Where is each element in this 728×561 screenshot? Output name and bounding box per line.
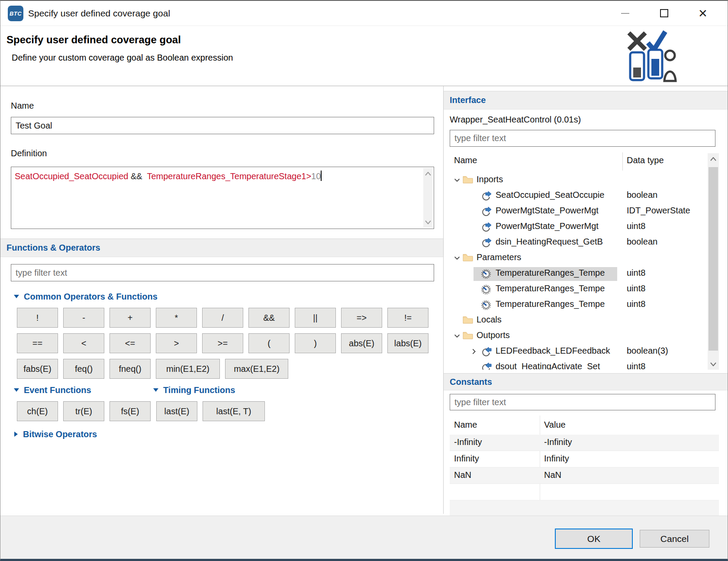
- operator-button[interactable]: *: [156, 308, 197, 328]
- operator-button[interactable]: abs(E): [341, 333, 382, 353]
- tree-item-label: Inports: [477, 174, 503, 184]
- operator-button[interactable]: fabs(E): [17, 359, 58, 379]
- operator-button[interactable]: +: [110, 308, 151, 328]
- definition-token: SeatOccupied_SeatOccupied: [15, 171, 128, 181]
- tree-row[interactable]: TemperatureRanges_Tempeuint8: [450, 266, 708, 282]
- tree-column-divider[interactable]: [622, 152, 623, 171]
- expander-collapse-icon[interactable]: [453, 254, 462, 263]
- minimize-button[interactable]: [612, 1, 638, 26]
- operator-button[interactable]: !: [17, 308, 58, 328]
- definition-line: SeatOccupied_SeatOccupied && Temperature…: [15, 171, 421, 181]
- definition-token: TemperatureRanges_TemperatureStage1: [147, 171, 306, 181]
- folder-icon: [463, 253, 473, 262]
- operator-button[interactable]: tr(E): [63, 401, 104, 421]
- operator-button[interactable]: -: [63, 308, 104, 328]
- operator-button[interactable]: =>: [341, 308, 382, 328]
- operator-button[interactable]: /: [202, 308, 243, 328]
- tree-row[interactable]: TemperatureRanges_Tempeuint8: [450, 282, 708, 297]
- constants-section-header: Constants: [444, 373, 728, 390]
- constants-row[interactable]: -Infinity-Infinity: [450, 435, 719, 451]
- folder-icon: [463, 316, 474, 326]
- operator-button[interactable]: fneq(): [110, 359, 151, 379]
- tree-column-datatype[interactable]: Data type: [627, 155, 664, 165]
- interface-tree: InportsSeatOccupied_SeatOccupiebooleanPo…: [450, 173, 708, 370]
- param-icon: [481, 284, 492, 295]
- tree-item-label: TemperatureRanges_Tempe: [496, 268, 605, 278]
- operator-button[interactable]: fs(E): [110, 401, 151, 421]
- operator-button[interactable]: &&: [248, 308, 290, 328]
- operator-button[interactable]: <: [63, 333, 104, 353]
- constants-column-value[interactable]: Value: [544, 420, 566, 430]
- group-bitwise-header[interactable]: Bitwise Operators: [13, 429, 97, 440]
- constant-name: NaN: [454, 470, 471, 480]
- functions-filter-input[interactable]: [11, 264, 434, 281]
- operator-button[interactable]: min(E1,E2): [156, 359, 220, 379]
- group-event-header[interactable]: Event Functions: [13, 384, 151, 396]
- definition-scrollbar[interactable]: [423, 168, 433, 228]
- operator-button[interactable]: ||: [295, 308, 336, 328]
- maximize-icon: [660, 9, 668, 17]
- inport-icon: [481, 206, 492, 217]
- tree-row[interactable]: LEDFeedback_LEDFeedbackboolean(3): [450, 344, 708, 360]
- tree-row[interactable]: PowerMgtState_PowerMgtuint8: [450, 219, 708, 235]
- tree-scrollbar[interactable]: [708, 153, 719, 370]
- tree-row[interactable]: Parameters: [450, 251, 708, 266]
- operator-button[interactable]: !=: [387, 308, 428, 328]
- ok-button[interactable]: OK: [555, 529, 633, 549]
- definition-editor[interactable]: SeatOccupied_SeatOccupied && Temperature…: [11, 167, 434, 229]
- operator-button-row: fabs(E)feq()fneq()min(E1,E2)max(E1,E2): [17, 359, 428, 379]
- inport-icon: [481, 222, 492, 232]
- operator-button[interactable]: >: [156, 333, 197, 353]
- tree-row[interactable]: TemperatureRanges_Tempeuint8: [450, 297, 708, 313]
- operator-button[interactable]: ch(E): [17, 401, 58, 421]
- tree-item-datatype: boolean: [627, 190, 657, 200]
- param-icon: [481, 300, 492, 310]
- group-common-header[interactable]: Common Operators & Functions: [13, 291, 428, 302]
- tree-row[interactable]: PowerMgtState_PowerMgtIDT_PowerState: [450, 204, 708, 219]
- scroll-up-icon[interactable]: [708, 154, 719, 164]
- tree-item-datatype: uint8: [627, 268, 645, 278]
- tree-row[interactable]: dsout_HeatingActivate_Setuint8: [450, 360, 708, 370]
- interface-section-header: Interface: [444, 91, 728, 110]
- constants-row[interactable]: [450, 500, 719, 516]
- constants-row[interactable]: NaNNaN: [450, 468, 719, 484]
- tree-row[interactable]: Locals: [450, 313, 708, 329]
- operator-button[interactable]: ==: [17, 333, 58, 353]
- tree-row[interactable]: Outports: [450, 329, 708, 344]
- expander-expand-icon[interactable]: [470, 348, 479, 356]
- operator-button[interactable]: (: [248, 333, 290, 353]
- operator-button[interactable]: <=: [110, 333, 151, 353]
- interface-filter-input[interactable]: [450, 130, 715, 147]
- group-event-functions: Event Functions ch(E)tr(E)fs(E): [13, 384, 151, 427]
- operator-button[interactable]: feq(): [63, 359, 104, 379]
- tree-column-name[interactable]: Name: [454, 155, 477, 165]
- scrollbar-thumb[interactable]: [709, 167, 718, 351]
- operator-button[interactable]: max(E1,E2): [225, 359, 288, 379]
- close-icon: ✕: [698, 8, 708, 19]
- maximize-button[interactable]: [651, 1, 676, 26]
- operator-button[interactable]: >=: [202, 333, 243, 353]
- tree-item-label: TemperatureRanges_Tempe: [496, 299, 605, 309]
- name-input[interactable]: [11, 117, 434, 134]
- constants-row[interactable]: [450, 484, 719, 500]
- constants-filter-input[interactable]: [450, 394, 715, 410]
- operator-button[interactable]: last(E, T): [203, 401, 265, 421]
- operator-button[interactable]: ): [295, 333, 336, 353]
- outport-icon: [481, 362, 492, 370]
- tree-row[interactable]: Inports: [450, 173, 708, 188]
- expander-collapse-icon[interactable]: [453, 332, 462, 341]
- group-timing-header[interactable]: Timing Functions: [153, 384, 265, 396]
- tree-row[interactable]: SeatOccupied_SeatOccupieboolean: [450, 188, 708, 204]
- tree-row[interactable]: dsin_HeatingRequest_GetBboolean: [450, 235, 708, 251]
- scroll-down-icon[interactable]: [423, 217, 433, 227]
- cancel-button[interactable]: Cancel: [640, 530, 709, 548]
- operator-button[interactable]: last(E): [156, 401, 197, 421]
- close-button[interactable]: ✕: [690, 1, 715, 26]
- expander-collapse-icon[interactable]: [453, 176, 462, 185]
- scroll-down-icon[interactable]: [708, 359, 719, 369]
- constants-row[interactable]: InfinityInfinity: [450, 451, 719, 468]
- subsystem-label: Wrapper_SeatHeatControl (0.01s): [450, 115, 581, 125]
- scroll-up-icon[interactable]: [423, 169, 433, 178]
- operator-button[interactable]: labs(E): [387, 333, 428, 353]
- constants-column-name[interactable]: Name: [454, 420, 477, 430]
